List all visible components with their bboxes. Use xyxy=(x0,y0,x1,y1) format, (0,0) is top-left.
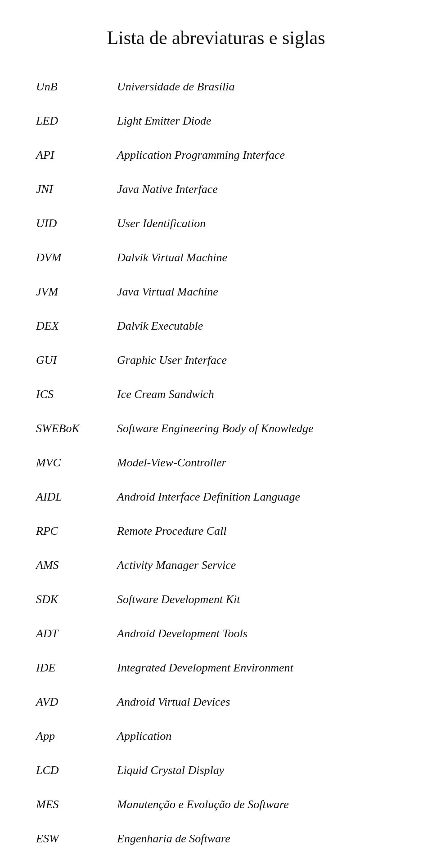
list-item: APIApplication Programming Interface xyxy=(36,148,396,170)
abbreviation-code: ESW xyxy=(36,832,117,846)
abbreviation-code: UID xyxy=(36,217,117,230)
abbreviation-definition: Java Native Interface xyxy=(117,183,396,196)
list-item: DVMDalvik Virtual Machine xyxy=(36,251,396,273)
abbreviation-definition: Software Development Kit xyxy=(117,593,396,606)
list-item: LEDLight Emitter Diode xyxy=(36,114,396,136)
abbreviation-definition: Universidade de Brasília xyxy=(117,80,396,94)
abbreviation-code: AMS xyxy=(36,559,117,572)
abbreviation-code: JNI xyxy=(36,183,117,196)
list-item: AMSActivity Manager Service xyxy=(36,559,396,580)
list-item: AppApplication xyxy=(36,729,396,751)
list-item: SWEBoKSoftware Engineering Body of Knowl… xyxy=(36,422,396,443)
abbreviation-code: App xyxy=(36,729,117,743)
list-item: LCDLiquid Crystal Display xyxy=(36,764,396,785)
abbreviation-code: UnB xyxy=(36,80,117,94)
list-item: ADTAndroid Development Tools xyxy=(36,627,396,649)
abbreviation-definition: User Identification xyxy=(117,217,396,230)
abbreviation-definition: Android Development Tools xyxy=(117,627,396,640)
abbreviation-definition: Engenharia de Software xyxy=(117,832,396,846)
list-item: ICSIce Cream Sandwich xyxy=(36,388,396,409)
list-item: MESManutenção e Evolução de Software xyxy=(36,798,396,819)
abbreviation-definition: Application xyxy=(117,729,396,743)
abbreviation-definition: Remote Procedure Call xyxy=(117,524,396,538)
abbreviation-definition: Dalvik Virtual Machine xyxy=(117,251,396,264)
abbreviation-definition: Integrated Development Environment xyxy=(117,661,396,675)
abbreviation-code: LCD xyxy=(36,764,117,777)
abbreviation-list: UnBUniversidade de BrasíliaLEDLight Emit… xyxy=(36,80,396,854)
abbreviation-code: IDE xyxy=(36,661,117,675)
list-item: ESWEngenharia de Software xyxy=(36,832,396,854)
abbreviation-code: AIDL xyxy=(36,490,117,504)
abbreviation-definition: Light Emitter Diode xyxy=(117,114,396,128)
abbreviation-definition: Activity Manager Service xyxy=(117,559,396,572)
abbreviation-code: DEX xyxy=(36,319,117,333)
list-item: MVCModel-View-Controller xyxy=(36,456,396,478)
abbreviation-definition: Application Programming Interface xyxy=(117,148,396,162)
abbreviation-definition: Dalvik Executable xyxy=(117,319,396,333)
abbreviation-code: MVC xyxy=(36,456,117,470)
list-item: DEXDalvik Executable xyxy=(36,319,396,341)
list-item: AVDAndroid Virtual Devices xyxy=(36,695,396,717)
abbreviation-code: JVM xyxy=(36,285,117,299)
abbreviation-definition: Software Engineering Body of Knowledge xyxy=(117,422,396,435)
abbreviation-definition: Ice Cream Sandwich xyxy=(117,388,396,401)
abbreviation-code: SDK xyxy=(36,593,117,606)
abbreviation-definition: Android Virtual Devices xyxy=(117,695,396,709)
abbreviation-code: SWEBoK xyxy=(36,422,117,435)
list-item: GUIGraphic User Interface xyxy=(36,353,396,375)
list-item: RPCRemote Procedure Call xyxy=(36,524,396,546)
abbreviation-code: DVM xyxy=(36,251,117,264)
list-item: IDEIntegrated Development Environment xyxy=(36,661,396,683)
abbreviation-code: MES xyxy=(36,798,117,811)
list-item: UIDUser Identification xyxy=(36,217,396,238)
abbreviation-code: AVD xyxy=(36,695,117,709)
abbreviation-definition: Model-View-Controller xyxy=(117,456,396,470)
list-item: AIDLAndroid Interface Definition Languag… xyxy=(36,490,396,512)
abbreviation-code: RPC xyxy=(36,524,117,538)
abbreviation-definition: Liquid Crystal Display xyxy=(117,764,396,777)
page-title: Lista de abreviaturas e siglas xyxy=(36,27,396,49)
abbreviation-definition: Android Interface Definition Language xyxy=(117,490,396,504)
list-item: JVMJava Virtual Machine xyxy=(36,285,396,307)
list-item: UnBUniversidade de Brasília xyxy=(36,80,396,102)
abbreviation-definition: Manutenção e Evolução de Software xyxy=(117,798,396,811)
abbreviation-definition: Graphic User Interface xyxy=(117,353,396,367)
abbreviation-code: ADT xyxy=(36,627,117,640)
abbreviation-definition: Java Virtual Machine xyxy=(117,285,396,299)
abbreviation-code: LED xyxy=(36,114,117,128)
abbreviation-code: API xyxy=(36,148,117,162)
abbreviation-code: GUI xyxy=(36,353,117,367)
list-item: SDKSoftware Development Kit xyxy=(36,593,396,614)
list-item: JNIJava Native Interface xyxy=(36,183,396,204)
abbreviation-code: ICS xyxy=(36,388,117,401)
